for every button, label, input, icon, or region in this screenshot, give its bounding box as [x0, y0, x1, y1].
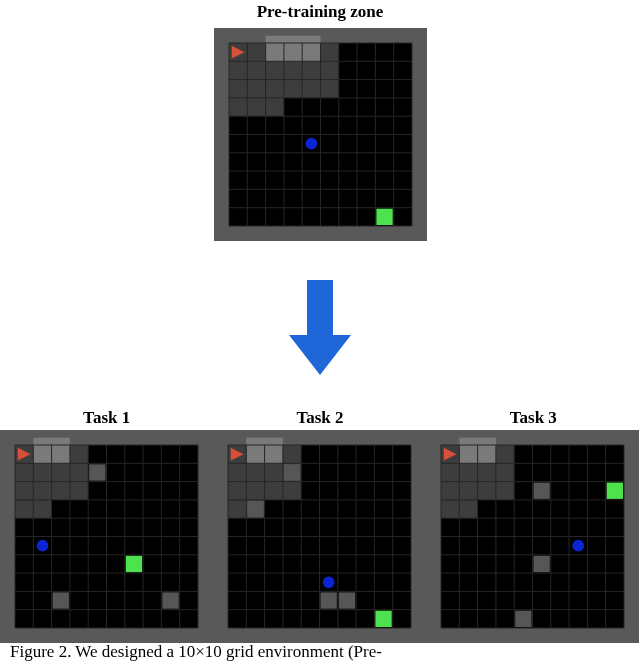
task-grid-row [0, 430, 640, 643]
svg-rect-61 [162, 592, 178, 608]
svg-rect-129 [607, 483, 623, 499]
svg-rect-27 [376, 209, 392, 225]
svg-rect-127 [534, 556, 550, 572]
task1-title: Task 1 [0, 408, 213, 428]
pretrain-title: Pre-training zone [0, 2, 640, 22]
svg-point-28 [305, 138, 317, 150]
svg-rect-94 [321, 592, 337, 608]
task1-grid [0, 430, 213, 643]
svg-marker-31 [289, 335, 351, 375]
svg-rect-128 [515, 611, 531, 627]
task3-title: Task 3 [427, 408, 640, 428]
svg-rect-92 [284, 464, 300, 480]
task-title-row: Task 1 Task 2 Task 3 [0, 408, 640, 428]
svg-rect-60 [53, 592, 69, 608]
svg-rect-93 [247, 501, 263, 517]
svg-point-130 [572, 540, 584, 552]
pretrain-grid [214, 28, 427, 241]
svg-rect-96 [375, 611, 391, 627]
svg-rect-126 [534, 483, 550, 499]
figure-caption: Figure 2. We designed a 10×10 grid envir… [10, 642, 630, 661]
svg-rect-62 [126, 556, 142, 572]
svg-rect-59 [89, 464, 105, 480]
svg-rect-95 [339, 592, 355, 608]
arrow-down-icon [289, 280, 351, 375]
svg-rect-30 [307, 280, 333, 335]
task3-grid [426, 430, 639, 643]
task2-grid [213, 430, 426, 643]
task2-title: Task 2 [213, 408, 426, 428]
svg-rect-4 [266, 36, 321, 62]
svg-rect-3 [229, 98, 284, 116]
svg-point-63 [37, 540, 49, 552]
svg-point-97 [323, 576, 335, 588]
